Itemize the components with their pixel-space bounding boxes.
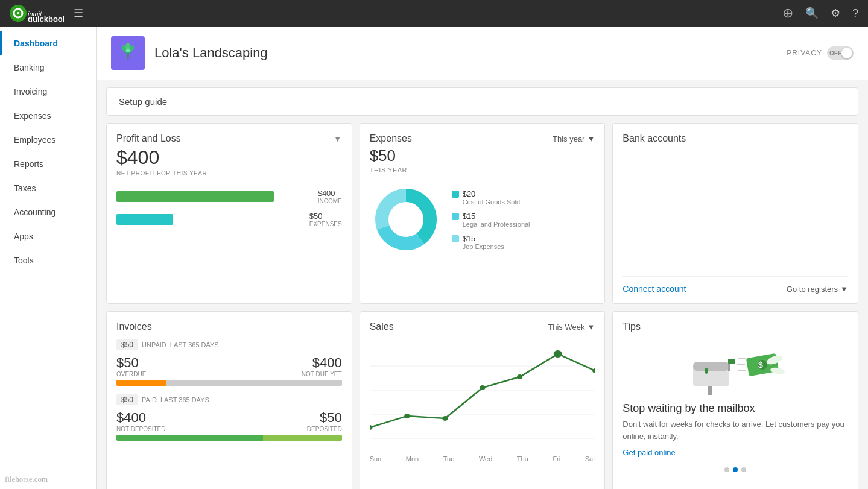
sales-period-selector[interactable]: This Week ▼ [548,323,595,332]
tips-card-title: Stop waiting by the mailbox [622,402,848,415]
invoices-not-due-amount: $400 [302,355,342,371]
invoices-not-due-bar [166,380,341,386]
sidebar-item-apps[interactable]: Apps [0,224,96,248]
invoices-unpaid-bar [116,380,342,386]
sidebar-item-dashboard[interactable]: Dashboard [0,31,96,55]
invoices-period1: LAST 365 DAYS [170,341,219,349]
income-bar [116,191,274,202]
top-navigation: intuit quickbooks ☰ ⊕ 🔍 ⚙ ? [0,0,868,27]
tips-pagination-dots [622,467,848,472]
bank-accounts-footer: Connect account Go to registers ▼ [622,276,848,294]
help-icon[interactable]: ? [852,7,858,20]
sales-label-sat: Sat [585,455,595,462]
expenses-bar [116,214,173,225]
sales-line-chart [370,342,595,450]
privacy-toggle: PRIVACY OFF [787,46,854,60]
company-header: Lola's Landscaping PRIVACY OFF [97,27,868,80]
invoices-paid-tag: $50 [116,394,138,405]
hamburger-icon[interactable]: ☰ [74,7,83,20]
expenses-period-selector[interactable]: This year ▼ [553,134,595,144]
svg-point-20 [370,425,373,430]
privacy-label: PRIVACY [787,49,822,57]
svg-point-10 [126,49,130,52]
tips-dot-2[interactable] [741,467,746,472]
invoices-paid-section: $50 PAID LAST 365 DAYS $400 NOT DEPOSITE… [116,394,342,441]
profit-loss-sublabel: NET PROFIT FOR THIS YEAR [116,170,342,177]
connect-account-link[interactable]: Connect account [622,284,686,294]
legend-item-1: $15 Legal and Professional [452,212,530,228]
bank-accounts-empty [622,147,848,276]
svg-point-22 [442,416,448,421]
tips-dot-1[interactable] [733,467,738,472]
expenses-card: Expenses This year ▼ $50 THIS YEAR [360,123,606,304]
expenses-sublabel: THIS YEAR [370,166,595,174]
nav-right: ⊕ 🔍 ⚙ ? [782,5,858,21]
tips-svg-illustration: $ [681,335,790,395]
invoices-card: Invoices $50 UNPAID LAST 365 DAYS $50 OV… [106,311,352,489]
go-to-registers-button[interactable]: Go to registers ▼ [787,285,848,294]
sidebar-item-reports[interactable]: Reports [0,152,96,176]
invoices-period2: LAST 365 DAYS [160,396,209,403]
invoices-unpaid-label: UNPAID [142,341,166,349]
legend-dot-1 [452,213,459,220]
income-label: INCOME [318,198,342,204]
tips-dot-0[interactable] [724,467,729,472]
sales-label-thu: Thu [517,455,528,462]
tips-card-desc: Don't wait for weeks for checks to arriv… [622,418,848,442]
invoices-overdue-label: OVERDUE [116,371,146,377]
sales-label-sun: Sun [370,455,382,462]
search-icon[interactable]: 🔍 [805,7,819,20]
svg-point-15 [389,203,423,236]
sidebar-item-accounting[interactable]: Accounting [0,200,96,224]
legend-amount-0: $20 [463,189,520,198]
nav-left: intuit quickbooks ☰ [10,5,83,22]
expenses-donut-chart [370,183,442,256]
tips-card-link[interactable]: Get paid online [622,448,675,457]
sidebar-item-employees[interactable]: Employees [0,128,96,152]
expenses-period-label: This year [553,134,584,144]
invoices-deposited-bar [263,435,342,441]
sidebar-item-invoicing[interactable]: Invoicing [0,80,96,104]
logo-image: intuit quickbooks [10,5,64,22]
profit-loss-header: Profit and Loss ▼ [116,133,342,144]
profit-loss-dropdown[interactable]: ▼ [334,134,342,144]
invoices-overdue-amount: $50 [116,355,146,371]
go-to-registers-label: Go to registers [787,285,838,294]
income-amount: $400 [318,189,342,198]
sidebar-item-tools[interactable]: Tools [0,248,96,273]
settings-icon[interactable]: ⚙ [831,7,840,20]
sidebar: Dashboard Banking Invoicing Expenses Emp… [0,27,97,489]
toggle-state-label: OFF [829,50,841,57]
invoices-overdue-bar [116,380,166,386]
expenses-bar-label: EXPENSES [309,221,342,227]
company-left: Lola's Landscaping [111,36,268,70]
add-icon[interactable]: ⊕ [782,5,793,21]
invoices-paid-bar [116,435,342,441]
invoices-unpaid-tag: $50 [116,339,138,350]
sidebar-item-expenses[interactable]: Expenses [0,104,96,128]
sidebar-item-banking[interactable]: Banking [0,55,96,80]
legend-amount-2: $15 [463,234,504,243]
svg-point-24 [517,374,522,379]
invoices-deposited-label: DEPOSITED [307,426,342,432]
expenses-header: Expenses This year ▼ [370,133,595,144]
svg-rect-28 [693,362,729,371]
svg-rect-11 [127,54,128,60]
legend-item-2: $15 Job Expenses [452,234,530,250]
expenses-title: Expenses [370,133,412,144]
svg-rect-29 [705,368,708,374]
expenses-bar-row: $50 EXPENSES [116,212,342,227]
invoices-unpaid-amounts: $50 OVERDUE $400 NOT DUE YET [116,355,342,377]
invoices-not-deposited-bar [116,435,263,441]
svg-text:$: $ [758,360,763,370]
app-body: Dashboard Banking Invoicing Expenses Emp… [0,27,868,489]
company-avatar [111,36,145,70]
expenses-bar-amount: $50 [309,212,342,221]
privacy-toggle-switch[interactable]: OFF [827,46,854,60]
sales-card: Sales This Week ▼ [360,311,606,489]
setup-guide-banner[interactable]: Setup guide [106,87,858,116]
svg-rect-31 [728,359,735,364]
profit-loss-title: Profit and Loss [116,133,181,144]
sidebar-item-taxes[interactable]: Taxes [0,176,96,200]
expenses-legend: $20 Cost of Goods Sold $15 Legal and Pro… [452,189,530,250]
